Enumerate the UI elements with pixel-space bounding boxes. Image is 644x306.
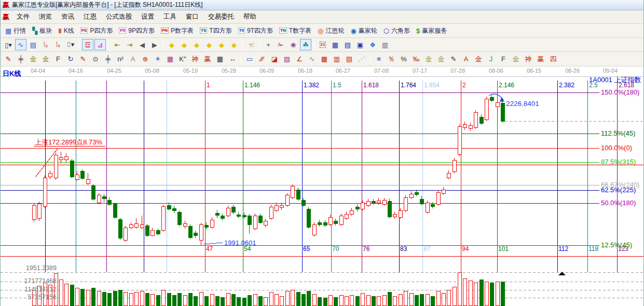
shift-right-icon[interactable]: ◆ [179, 39, 190, 50]
hexagon-icon[interactable]: ⬡六角形 [380, 25, 413, 36]
compress-h-icon[interactable]: ◆ [203, 39, 215, 50]
j-angle-tool[interactable]: J [485, 54, 497, 65]
t9-square-badge[interactable]: T99T四方形 [235, 25, 276, 36]
k-quote-tool[interactable]: K″ [177, 54, 188, 65]
si-angle-tool[interactable]: 四 [547, 54, 559, 65]
shen-tool[interactable]: 神 [189, 54, 201, 65]
zoom-out-icon[interactable]: ◆ [228, 39, 240, 50]
hash-grid-tool-2[interactable]: ╪ [102, 54, 114, 65]
red-target-tool[interactable]: ⊕ [140, 54, 151, 65]
pen-tool[interactable]: ✎ [448, 54, 459, 65]
blocks-icon[interactable]: ▚板块 [29, 25, 55, 36]
f-grid-tool[interactable]: F [52, 54, 64, 65]
cycle-tool-dropdown[interactable]: ⌷▾ [65, 39, 76, 50]
bars-3-icon[interactable]: ⦙₃ [40, 39, 51, 50]
notes-icon[interactable]: ▤ [342, 39, 353, 50]
shift-left-icon[interactable]: ◆ [166, 39, 177, 50]
trend-chart-icon[interactable]: ∿ [15, 39, 26, 50]
menu-item-0[interactable]: 文件 [12, 11, 34, 22]
delete-line-icon[interactable]: ✁ [275, 39, 286, 50]
last-bar-icon[interactable]: ⇥ [124, 39, 135, 50]
f-angle-tool[interactable]: F [498, 54, 509, 65]
p9-square-badge[interactable]: P99P四方形 [116, 25, 157, 36]
pn-table-badge[interactable]: PNP数字表 [158, 25, 197, 36]
candle-style-dropdown[interactable]: ▯▾ [3, 39, 14, 50]
volume-profile-icon[interactable]: ⊿ [94, 39, 106, 50]
gold-angle-tool[interactable]: 金 [510, 54, 522, 65]
fan-square-tool[interactable]: ◪ [269, 54, 280, 65]
wave-tool[interactable]: ∿ [306, 54, 318, 65]
info-panel-icon[interactable]: ▤ [28, 39, 39, 50]
bars-9-icon[interactable]: ⦙₉ [52, 39, 64, 50]
percent-tool[interactable]: % [398, 54, 409, 65]
ps-square-badge[interactable]: PSP四方形 [77, 25, 116, 36]
width-arrows-tool[interactable]: ↔ [227, 54, 238, 65]
first-bar-icon[interactable]: ⇤ [112, 39, 123, 50]
menu-item-5[interactable]: 设置 [136, 11, 159, 22]
app-window: 赢 赢家江恩专业版[赢家内部服务平台] - [上证指数 SH1A0001-111… [0, 0, 644, 306]
time-circle-tool[interactable]: ⊙ [90, 54, 101, 65]
blocks-icon-label: 板块 [39, 26, 52, 35]
compass-star-tool[interactable]: ☀ [152, 54, 163, 65]
percent-line-tool[interactable]: ‰ [410, 54, 422, 65]
ying-angle-tool[interactable]: 赢 [535, 54, 546, 65]
gold-red-tool[interactable]: 金 [473, 54, 484, 65]
kline-icon[interactable]: ‖K线 [55, 25, 77, 36]
shen-angle-tool[interactable]: 神 [523, 54, 534, 65]
scale-bars-tool[interactable]: ≡ [373, 54, 385, 65]
n-square-tool[interactable]: n² [115, 54, 126, 65]
prev-bar-icon[interactable]: ◀ [136, 39, 148, 50]
smart-brain-icon[interactable]: ☘ [300, 39, 311, 50]
menu-item-4[interactable]: 公式选股 [101, 11, 136, 22]
red-grid-tool-2[interactable]: ▥ [331, 54, 342, 65]
print-icon[interactable]: ▥ [379, 39, 391, 50]
a-angle-tool[interactable]: A [127, 54, 139, 65]
red-pen-tool[interactable]: ✎ [3, 54, 14, 65]
red-angle-pen-tool[interactable]: ✎ [77, 54, 89, 65]
calendar-icon[interactable]: 21 [317, 39, 328, 50]
a-wave-tool[interactable]: A [460, 54, 472, 65]
menu-item-6[interactable]: 工具 [159, 11, 181, 22]
red-grid-tool-3[interactable]: ▤ [344, 54, 355, 65]
red-fan-tool[interactable]: ∕∕∕ [256, 54, 268, 65]
hand-tool-icon[interactable]: ☜ [245, 39, 257, 50]
menu-item-9[interactable]: 帮助 [239, 11, 261, 22]
spiral-tool[interactable]: ↻ [65, 54, 76, 65]
save-icon[interactable]: ▣ [354, 39, 366, 50]
gann-flower-icon[interactable]: ❀ [287, 39, 299, 50]
gold-grid-tool-2[interactable]: 金 [40, 54, 51, 65]
winner-wheel-icon[interactable]: ◉赢家轮 [347, 25, 380, 36]
winner-service-icon[interactable]: $赢家服务 [413, 25, 450, 36]
red-grid-tool-1[interactable]: ▦ [319, 54, 330, 65]
gold-grid-tool-1[interactable]: 金 [28, 54, 39, 65]
next-bar-icon[interactable]: ▶ [149, 39, 160, 50]
red-wave-icon[interactable]: ☲ [82, 39, 93, 50]
quote-table-icon[interactable]: ▦行情 [2, 25, 29, 36]
diag-lines-tool[interactable]: ⋰ [356, 54, 367, 65]
angles-tool[interactable]: ∠ [294, 54, 305, 65]
percent-red-tool[interactable]: ％ [386, 54, 397, 65]
ts-square-badge[interactable]: TST四方形 [197, 25, 235, 36]
gann-wheel-icon[interactable]: ◎江恩轮 [314, 25, 347, 36]
ying-tool[interactable]: 赢 [202, 54, 213, 65]
calculator-icon[interactable]: ▦ [330, 39, 341, 50]
zoom-in-icon[interactable]: ◆ [216, 39, 227, 50]
network-icon[interactable]: ❖ [367, 39, 378, 50]
menu-item-3[interactable]: 江恩 [79, 11, 101, 22]
diag-grid-tool[interactable]: ▨ [281, 54, 293, 65]
grid-123-tool[interactable]: ▦ [214, 54, 226, 65]
kline-chart-canvas[interactable]: 04-0404-1604-2505-0805-1905-2806-0906-18… [1, 66, 644, 306]
tn-table-badge[interactable]: TNT数字表 [276, 25, 314, 36]
rect-select-tool[interactable]: ▭ [244, 54, 255, 65]
menu-item-1[interactable]: 浏览 [34, 11, 57, 22]
crosshair-icon[interactable]: ＋ [263, 39, 274, 50]
expand-h-icon[interactable]: ◆ [191, 39, 202, 50]
gold-circle-tool[interactable]: 金 [423, 54, 434, 65]
boxed-grid-tool[interactable]: ▦ [165, 54, 176, 65]
menu-item-2[interactable]: 资讯 [57, 11, 79, 22]
gold-line-tool[interactable]: 金 [435, 54, 447, 65]
menu-item-8[interactable]: 交易委托 [203, 11, 239, 22]
hash-grid-tool[interactable]: ╪ [15, 54, 26, 65]
svg-text:87: 87 [423, 245, 431, 252]
menu-item-7[interactable]: 窗口 [181, 11, 203, 22]
